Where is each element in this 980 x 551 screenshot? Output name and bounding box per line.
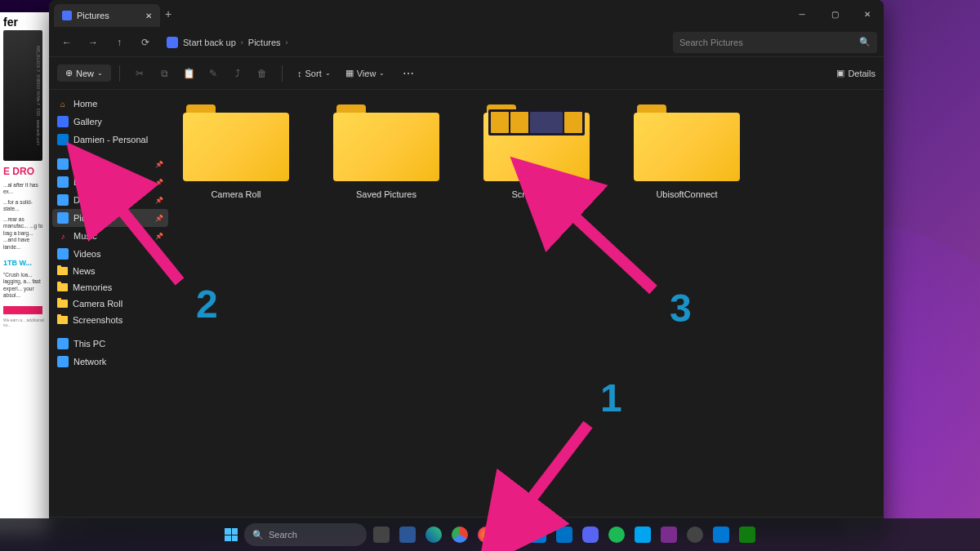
taskbar-app-edge[interactable]: [422, 523, 445, 546]
pictures-icon: [62, 11, 72, 20]
taskbar-app-misc2[interactable]: [657, 523, 680, 546]
view-button[interactable]: ▦ View ⌄: [339, 64, 392, 82]
search-input[interactable]: Search Pictures 🔍: [673, 32, 877, 53]
delete-button[interactable]: 🗑: [251, 62, 274, 85]
taskbar-app-chrome[interactable]: [448, 523, 471, 546]
sidebar-label: Downloads: [74, 177, 118, 187]
refresh-button[interactable]: ⟳: [134, 31, 157, 54]
article-text: ...al after it has ex...: [3, 182, 46, 196]
folder-label: UbisoftConnect: [656, 189, 717, 199]
sidebar-item-personal[interactable]: Damien - Personal: [52, 131, 168, 149]
new-tab-button[interactable]: +: [165, 7, 172, 20]
tab-title: Pictures: [77, 11, 109, 20]
folder-icon: [57, 300, 68, 308]
taskbar-app-misc1[interactable]: [631, 523, 654, 546]
sidebar-label: Documents: [74, 195, 119, 205]
sidebar-item-news[interactable]: News: [52, 263, 168, 279]
onedrive-icon: [57, 134, 69, 145]
details-label: Details: [848, 69, 875, 78]
sidebar-item-cameraroll[interactable]: Camera Roll: [52, 295, 168, 312]
article-text: ...for a solid-state...: [3, 199, 46, 213]
article-text: ...rear as manufac... ...g to bag a barg…: [3, 216, 46, 251]
folder-icon: [483, 100, 590, 181]
sidebar-item-music[interactable]: ♪Music📌: [52, 227, 168, 245]
copy-button[interactable]: ⧉: [153, 62, 176, 85]
pictures-icon: [57, 212, 69, 224]
new-label: New: [76, 69, 94, 78]
details-pane-button[interactable]: ▣ Details: [836, 68, 875, 78]
taskbar-app-mail[interactable]: [553, 523, 576, 546]
sidebar-item-network[interactable]: Network: [52, 353, 168, 371]
folder-icon: [57, 267, 68, 275]
background-webpage: fer WD_BLACK™ SN850X NVMe™ SSD · www.wdc…: [0, 12, 49, 535]
file-explorer-window: Pictures ✕ + ─ ▢ ✕ ← → ↑ ⟳ Start back up…: [49, 0, 884, 535]
folder-item[interactable]: Camera Roll: [183, 100, 289, 199]
paste-button[interactable]: 📋: [177, 62, 200, 85]
tab-pictures[interactable]: Pictures ✕: [54, 4, 160, 27]
taskbar-app-settings[interactable]: [684, 523, 706, 546]
taskbar-app-store[interactable]: [527, 523, 550, 546]
back-button[interactable]: ←: [56, 31, 78, 54]
folder-item[interactable]: Screenshots: [483, 100, 590, 199]
chevron-down-icon: ⌄: [97, 69, 103, 77]
navigation-bar: ← → ↑ ⟳ Start back up › Pictures › Searc…: [49, 28, 884, 57]
sidebar-label: Network: [74, 357, 106, 367]
sidebar-item-home[interactable]: ⌂Home: [52, 95, 168, 113]
ssd-product-image: WD_BLACK™ SN850X NVMe™ SSD · www.wdc.com: [3, 30, 42, 161]
taskbar: 🔍Search: [0, 518, 980, 551]
sidebar: ⌂Home Gallery Damien - Personal Desktop📌…: [49, 90, 172, 517]
taskbar-app-security[interactable]: [736, 523, 759, 546]
folder-icon: [333, 100, 439, 181]
taskbar-search[interactable]: 🔍Search: [244, 523, 367, 546]
sidebar-label: Memories: [73, 282, 112, 292]
share-button[interactable]: ⤴: [226, 62, 249, 85]
folder-content-area[interactable]: Camera RollSaved PicturesScreenshotsUbis…: [172, 90, 884, 517]
taskbar-app-spotify[interactable]: [605, 523, 628, 546]
search-icon: 🔍: [859, 37, 871, 47]
folder-item[interactable]: UbisoftConnect: [634, 100, 740, 199]
sidebar-item-desktop[interactable]: Desktop📌: [52, 155, 168, 173]
maximize-button[interactable]: ▢: [818, 0, 851, 28]
sidebar-item-thispc[interactable]: This PC: [52, 335, 168, 353]
view-icon: ▦: [345, 68, 354, 78]
forward-button[interactable]: →: [82, 31, 105, 54]
sidebar-label: News: [73, 266, 96, 276]
music-icon: ♪: [57, 230, 69, 242]
sidebar-item-videos[interactable]: Videos📌: [52, 245, 168, 263]
more-button[interactable]: ⋯: [396, 64, 421, 83]
close-window-button[interactable]: ✕: [851, 0, 884, 28]
new-button[interactable]: ⊕ New ⌄: [57, 64, 111, 82]
task-view-button[interactable]: [370, 523, 393, 546]
sidebar-item-memories[interactable]: Memories: [52, 279, 168, 295]
cut-button[interactable]: ✂: [128, 62, 151, 85]
sidebar-item-documents[interactable]: Documents📌: [52, 191, 168, 209]
taskbar-app-firefox[interactable]: [474, 523, 497, 546]
details-icon: ▣: [836, 68, 844, 78]
chevron-right-icon: ›: [241, 38, 243, 47]
sidebar-item-screenshots[interactable]: Screenshots: [52, 312, 168, 328]
search-placeholder: Search Pictures: [679, 38, 743, 47]
close-tab-icon[interactable]: ✕: [145, 11, 152, 20]
sidebar-item-gallery[interactable]: Gallery: [52, 113, 168, 131]
taskbar-app-explorer[interactable]: [501, 523, 523, 546]
sidebar-item-pictures[interactable]: Pictures📌: [52, 209, 168, 227]
address-bar[interactable]: Start back up › Pictures ›: [160, 37, 670, 48]
article-quote: "Crush loa... lagging, a... fast experi.…: [3, 272, 46, 300]
folder-item[interactable]: Saved Pictures: [333, 100, 439, 199]
start-button[interactable]: [221, 525, 241, 544]
article-subhead: 1TB W...: [3, 259, 46, 267]
sort-button[interactable]: ↕ Sort ⌄: [291, 65, 337, 82]
minimize-button[interactable]: ─: [786, 0, 818, 28]
rename-button[interactable]: ✎: [202, 62, 225, 85]
sidebar-item-downloads[interactable]: Downloads📌: [52, 173, 168, 191]
pin-icon: 📌: [155, 197, 163, 204]
folder-label: Screenshots: [511, 189, 561, 199]
downloads-icon: [57, 176, 69, 188]
pin-icon: 📌: [155, 233, 163, 240]
taskbar-app-widgets[interactable]: [396, 523, 419, 546]
up-button[interactable]: ↑: [108, 31, 131, 54]
taskbar-app-discord[interactable]: [579, 523, 602, 546]
taskbar-app-misc3[interactable]: [710, 523, 733, 546]
article-disclaimer: We earn a... additional co...: [3, 318, 46, 328]
chevron-down-icon: ⌄: [379, 69, 385, 77]
